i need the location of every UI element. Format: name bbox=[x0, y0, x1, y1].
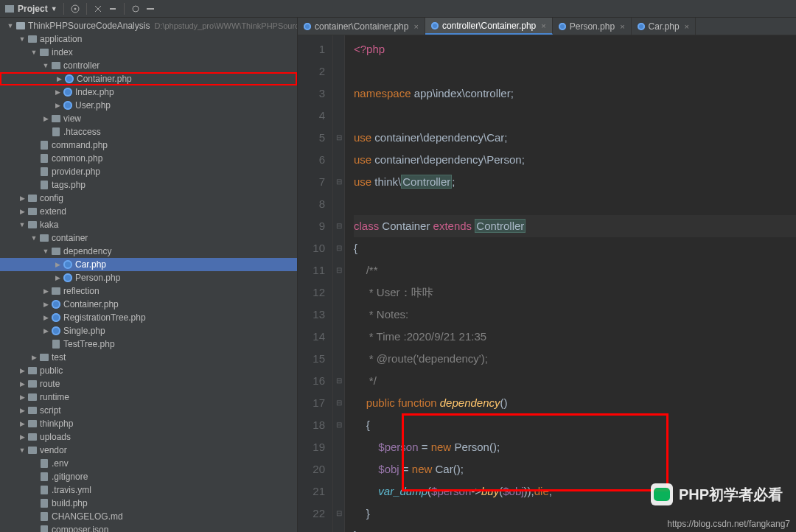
tree-item[interactable]: TestTree.php bbox=[0, 337, 297, 351]
tree-item[interactable]: ▶public bbox=[0, 364, 297, 377]
tree-arrow-icon[interactable]: ▶ bbox=[18, 380, 27, 388]
tree-arrow-icon[interactable]: ▼ bbox=[6, 22, 15, 29]
tree-item[interactable]: command.php bbox=[0, 139, 297, 152]
fold-marker[interactable]: ⊟ bbox=[333, 503, 344, 525]
tree-item[interactable]: ▶config bbox=[0, 192, 297, 205]
code-content[interactable]: <?php namespace app\index\controller; us… bbox=[345, 35, 796, 532]
tree-item[interactable]: ▼controller bbox=[0, 59, 297, 72]
tree-item[interactable]: ▼application bbox=[0, 32, 297, 46]
tree-item[interactable]: build.php bbox=[0, 497, 297, 510]
tree-item[interactable]: .htaccess bbox=[0, 125, 297, 139]
close-icon[interactable]: × bbox=[685, 22, 689, 31]
project-tree[interactable]: ▼ThinkPHPSourceCodeAnalysisD:\phpstudy_p… bbox=[0, 18, 298, 532]
tree-item[interactable]: ▼kaka bbox=[0, 218, 297, 231]
tree-arrow-icon[interactable]: ▼ bbox=[18, 35, 27, 43]
fold-marker[interactable]: ⊟ bbox=[333, 237, 344, 259]
tree-item[interactable]: ▶route bbox=[0, 377, 297, 391]
close-icon[interactable]: × bbox=[541, 21, 545, 30]
tree-item[interactable]: ▶RegistrationTree.php bbox=[0, 311, 297, 324]
tree-arrow-icon[interactable]: ▶ bbox=[55, 75, 63, 83]
fold-marker[interactable]: ⊟ bbox=[333, 370, 344, 392]
tree-arrow-icon[interactable]: ▶ bbox=[53, 274, 62, 281]
editor-tab[interactable]: Car.php× bbox=[632, 18, 696, 35]
tree-item[interactable]: ▶Container.php bbox=[0, 72, 297, 85]
editor-tab[interactable]: controller\Container.php× bbox=[425, 18, 553, 35]
tree-item[interactable]: common.php bbox=[0, 152, 297, 165]
collapse-icon[interactable] bbox=[108, 4, 118, 14]
tree-item[interactable]: ▶Car.php bbox=[0, 258, 297, 271]
editor-tab[interactable]: container\Container.php× bbox=[298, 18, 425, 35]
fold-marker[interactable]: ⊟ bbox=[333, 127, 344, 149]
tree-arrow-icon[interactable]: ▼ bbox=[41, 248, 50, 255]
fold-marker[interactable] bbox=[333, 348, 344, 370]
tree-item[interactable]: ▶runtime bbox=[0, 391, 297, 404]
tree-item[interactable]: ▶Index.php bbox=[0, 85, 297, 99]
fold-marker[interactable] bbox=[333, 436, 344, 458]
fold-marker[interactable] bbox=[333, 105, 344, 127]
tree-item[interactable]: ▶reflection bbox=[0, 284, 297, 298]
tree-item[interactable]: ▶thinkphp bbox=[0, 417, 297, 430]
tree-arrow-icon[interactable]: ▼ bbox=[29, 234, 38, 242]
tree-item[interactable]: ▶Person.php bbox=[0, 271, 297, 284]
editor-tab[interactable]: Person.php× bbox=[553, 18, 632, 35]
tree-arrow-icon[interactable]: ▶ bbox=[53, 102, 62, 109]
tree-arrow-icon[interactable]: ▶ bbox=[18, 393, 27, 401]
tree-arrow-icon[interactable]: ▼ bbox=[18, 447, 27, 454]
tree-arrow-icon[interactable]: ▶ bbox=[18, 367, 27, 374]
fold-marker[interactable]: ⊟ bbox=[333, 215, 344, 237]
tree-arrow-icon[interactable]: ▼ bbox=[18, 221, 27, 228]
tree-item[interactable]: ▶script bbox=[0, 404, 297, 417]
fold-marker[interactable] bbox=[333, 83, 344, 105]
tree-item[interactable]: ▶uploads bbox=[0, 430, 297, 444]
tree-item[interactable]: .env bbox=[0, 457, 297, 470]
fold-marker[interactable]: ⊟ bbox=[333, 392, 344, 414]
tree-arrow-icon[interactable]: ▶ bbox=[41, 314, 50, 321]
tree-item[interactable]: ▶extend bbox=[0, 205, 297, 218]
tree-item[interactable]: ▶view bbox=[0, 112, 297, 125]
tree-arrow-icon[interactable]: ▶ bbox=[41, 287, 50, 295]
tree-arrow-icon[interactable]: ▶ bbox=[53, 261, 62, 268]
tree-arrow-icon[interactable]: ▶ bbox=[18, 433, 27, 441]
tree-item[interactable]: .travis.yml bbox=[0, 483, 297, 497]
tree-arrow-icon[interactable]: ▼ bbox=[29, 49, 38, 56]
tree-item[interactable]: ▶test bbox=[0, 351, 297, 364]
fold-marker[interactable] bbox=[333, 304, 344, 326]
tree-arrow-icon[interactable]: ▶ bbox=[41, 301, 50, 308]
tree-item[interactable]: ▶Container.php bbox=[0, 298, 297, 311]
fold-marker[interactable] bbox=[333, 458, 344, 480]
fold-marker[interactable]: ⊟ bbox=[333, 525, 344, 532]
fold-marker[interactable] bbox=[333, 326, 344, 348]
expand-icon[interactable] bbox=[93, 4, 103, 14]
tree-arrow-icon[interactable]: ▶ bbox=[41, 115, 50, 122]
tree-arrow-icon[interactable]: ▶ bbox=[18, 407, 27, 414]
fold-marker[interactable] bbox=[333, 149, 344, 171]
close-icon[interactable]: × bbox=[620, 22, 624, 31]
tree-item[interactable]: composer.json bbox=[0, 523, 297, 532]
tree-item[interactable]: ▶User.php bbox=[0, 99, 297, 112]
tree-item[interactable]: ▼dependency bbox=[0, 245, 297, 258]
close-icon[interactable]: × bbox=[413, 22, 418, 31]
project-tool-header[interactable]: Project ▼ bbox=[4, 4, 57, 14]
fold-marker[interactable] bbox=[333, 281, 344, 304]
tree-item[interactable]: .gitignore bbox=[0, 470, 297, 483]
tree-item[interactable]: ▼vendor bbox=[0, 444, 297, 457]
fold-marker[interactable]: ⊟ bbox=[333, 259, 344, 281]
fold-marker[interactable]: ⊟ bbox=[333, 171, 344, 193]
tree-item[interactable]: ▼container bbox=[0, 231, 297, 245]
tree-item[interactable]: CHANGELOG.md bbox=[0, 510, 297, 523]
tree-item[interactable]: ▼index bbox=[0, 46, 297, 59]
tree-arrow-icon[interactable]: ▶ bbox=[41, 327, 50, 335]
tree-arrow-icon[interactable]: ▶ bbox=[18, 208, 27, 215]
tree-arrow-icon[interactable]: ▶ bbox=[29, 354, 38, 361]
settings-icon[interactable] bbox=[130, 4, 141, 14]
tree-arrow-icon[interactable]: ▶ bbox=[53, 88, 62, 96]
tree-item[interactable]: provider.php bbox=[0, 165, 297, 178]
target-icon[interactable] bbox=[70, 4, 80, 14]
tree-item[interactable]: ▶Single.php bbox=[0, 324, 297, 337]
fold-marker[interactable] bbox=[333, 193, 344, 215]
tree-arrow-icon[interactable]: ▶ bbox=[18, 420, 27, 427]
tree-item[interactable]: ▼ThinkPHPSourceCodeAnalysisD:\phpstudy_p… bbox=[0, 19, 297, 32]
tree-item[interactable]: tags.php bbox=[0, 178, 297, 192]
hide-icon[interactable] bbox=[145, 4, 156, 14]
fold-marker[interactable]: ⊟ bbox=[333, 414, 344, 436]
